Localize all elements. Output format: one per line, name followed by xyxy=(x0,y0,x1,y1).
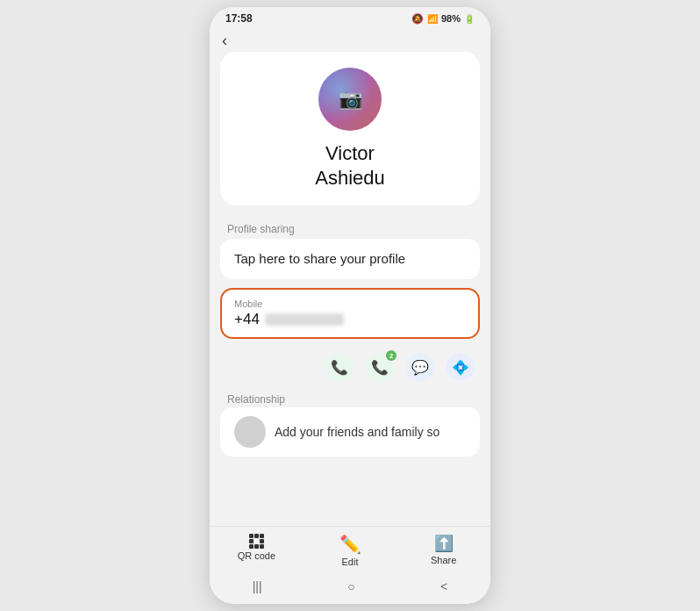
time-display: 17:58 xyxy=(225,12,253,25)
edit-label: Edit xyxy=(342,557,359,567)
contact-name: Victor Ashiedu xyxy=(315,141,385,190)
signal-icon: 📶 xyxy=(427,14,438,24)
video-icon: 📞 xyxy=(371,359,389,376)
share-icon: ⬆️ xyxy=(434,534,454,553)
menu-button[interactable]: ||| xyxy=(239,576,276,597)
message-icon: 💬 xyxy=(411,359,429,376)
share-button[interactable]: ⬆️ Share xyxy=(396,534,490,565)
mobile-card[interactable]: Mobile +44 xyxy=(220,288,480,339)
mobile-prefix: +44 xyxy=(234,311,260,328)
battery-icon: 🔋 xyxy=(464,14,475,24)
share-label: Share xyxy=(431,555,456,565)
call-button[interactable]: 📞 xyxy=(325,353,354,381)
home-button[interactable]: ○ xyxy=(333,576,368,597)
viber-icon: 💠 xyxy=(452,359,469,376)
edit-button[interactable]: ✏️ Edit xyxy=(304,534,397,567)
relationship-avatar xyxy=(234,416,266,448)
qr-icon xyxy=(249,534,264,549)
qr-code-button[interactable]: QR code xyxy=(210,534,304,561)
mobile-number: +44 xyxy=(234,311,466,328)
action-icons-row: 📞 📞 2 💬 💠 xyxy=(210,348,490,388)
relationship-label: Relationship xyxy=(210,388,490,407)
profile-sharing-label: Profile sharing xyxy=(210,214,490,239)
relationship-card[interactable]: Add your friends and family so xyxy=(220,407,480,456)
edit-icon: ✏️ xyxy=(339,534,361,555)
battery-text: 98% xyxy=(441,13,461,24)
bottom-bar: QR code ✏️ Edit ⬆️ Share xyxy=(210,526,490,571)
badge: 2 xyxy=(386,350,396,361)
mute-icon: 🔕 xyxy=(411,13,424,25)
phone-icon: 📞 xyxy=(331,359,348,376)
qr-code-label: QR code xyxy=(238,550,275,561)
scroll-content: 📷 Victor Ashiedu Profile sharing Tap her… xyxy=(210,52,490,526)
back-nav-button[interactable]: < xyxy=(426,576,461,597)
nav-bar: ‹ xyxy=(210,28,490,52)
system-nav: ||| ○ < xyxy=(210,571,490,604)
avatar[interactable]: 📷 xyxy=(318,68,382,131)
phone-frame: 17:58 🔕 📶 98% 🔋 ‹ 📷 Victor Ashiedu Profi… xyxy=(210,7,490,604)
video-call-button[interactable]: 📞 2 xyxy=(366,353,394,381)
status-icons: 🔕 📶 98% 🔋 xyxy=(411,13,475,25)
camera-icon: 📷 xyxy=(339,88,362,111)
mobile-label: Mobile xyxy=(234,298,466,309)
app-button[interactable]: 💠 xyxy=(446,353,475,381)
share-text: Tap here to share your profile xyxy=(234,251,405,266)
avatar-card: 📷 Victor Ashiedu xyxy=(220,52,480,205)
blurred-number xyxy=(265,313,344,326)
status-bar: 17:58 🔕 📶 98% 🔋 xyxy=(210,7,490,28)
message-button[interactable]: 💬 xyxy=(406,353,434,381)
profile-sharing-card[interactable]: Tap here to share your profile xyxy=(220,239,480,279)
relationship-text: Add your friends and family so xyxy=(275,425,439,439)
back-button[interactable]: ‹ xyxy=(222,32,227,49)
